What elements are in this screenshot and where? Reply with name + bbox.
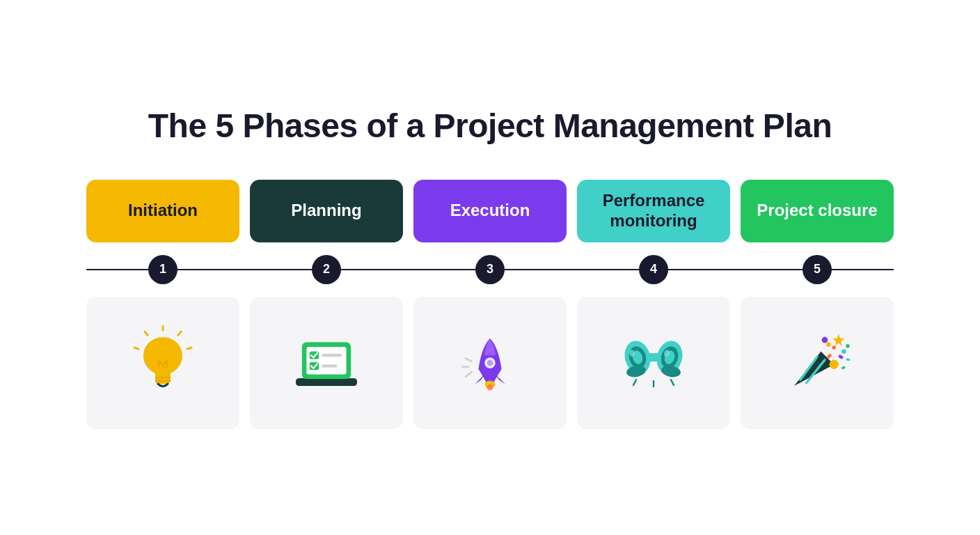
svg-line-18: [466, 372, 472, 377]
node-wrapper-1: 1: [86, 255, 239, 284]
node-wrapper-4: 4: [577, 255, 730, 284]
svg-line-4: [134, 348, 139, 349]
node-wrapper-3: 3: [413, 255, 567, 284]
svg-rect-11: [322, 353, 342, 356]
svg-line-20: [466, 358, 472, 361]
phases-section: Initiation Planning Execution Performanc…: [72, 180, 908, 429]
svg-point-37: [841, 349, 846, 354]
svg-rect-13: [322, 364, 337, 367]
icon-cards-row: [72, 297, 908, 429]
checklist-icon: [288, 325, 365, 401]
party-popper-icon: [779, 325, 855, 401]
phase-label-execution: Execution: [413, 180, 567, 242]
svg-rect-41: [841, 366, 846, 369]
icon-card-execution: [413, 297, 567, 429]
phase-label-performance: Performance monitoring: [577, 180, 730, 242]
svg-rect-27: [646, 353, 661, 362]
svg-line-34: [671, 380, 674, 385]
svg-point-45: [826, 342, 831, 347]
icon-card-closure: [741, 297, 894, 429]
svg-rect-42: [827, 353, 832, 359]
phase-label-initiation: Initiation: [86, 180, 239, 242]
timeline-node-5: 5: [803, 255, 832, 284]
svg-rect-9: [306, 346, 346, 374]
svg-rect-7: [296, 378, 357, 386]
svg-rect-43: [846, 358, 850, 361]
icon-card-performance: [577, 297, 730, 429]
svg-line-2: [145, 332, 148, 335]
lightbulb-icon: [125, 325, 201, 401]
svg-line-32: [633, 380, 636, 385]
svg-point-44: [846, 344, 850, 348]
svg-marker-35: [832, 334, 845, 346]
timeline-node-3: 3: [475, 255, 505, 284]
phase-label-closure: Project closure: [741, 180, 894, 242]
svg-point-17: [487, 384, 493, 390]
svg-point-36: [822, 336, 828, 343]
svg-point-15: [487, 359, 493, 366]
svg-point-38: [832, 346, 836, 350]
timeline-row: 1 2 3 4: [72, 255, 908, 284]
page-container: The 5 Phases of a Project Management Pla…: [31, 79, 949, 457]
page-title: The 5 Phases of a Project Management Pla…: [72, 107, 908, 145]
rocket-icon: [452, 325, 528, 401]
icon-card-initiation: [86, 297, 239, 429]
svg-rect-40: [838, 354, 844, 359]
node-wrapper-2: 2: [250, 255, 403, 284]
icon-card-planning: [250, 297, 403, 429]
phase-label-planning: Planning: [250, 180, 403, 242]
phase-labels-row: Initiation Planning Execution Performanc…: [72, 180, 908, 242]
node-wrapper-5: 5: [741, 255, 894, 284]
binoculars-icon: [615, 325, 692, 401]
timeline-nodes: 1 2 3 4: [86, 255, 894, 284]
svg-point-39: [830, 359, 839, 369]
timeline-node-1: 1: [148, 255, 177, 284]
timeline-node-4: 4: [639, 255, 668, 284]
timeline-node-2: 2: [312, 255, 341, 284]
svg-line-1: [178, 332, 181, 335]
svg-line-3: [187, 348, 191, 349]
